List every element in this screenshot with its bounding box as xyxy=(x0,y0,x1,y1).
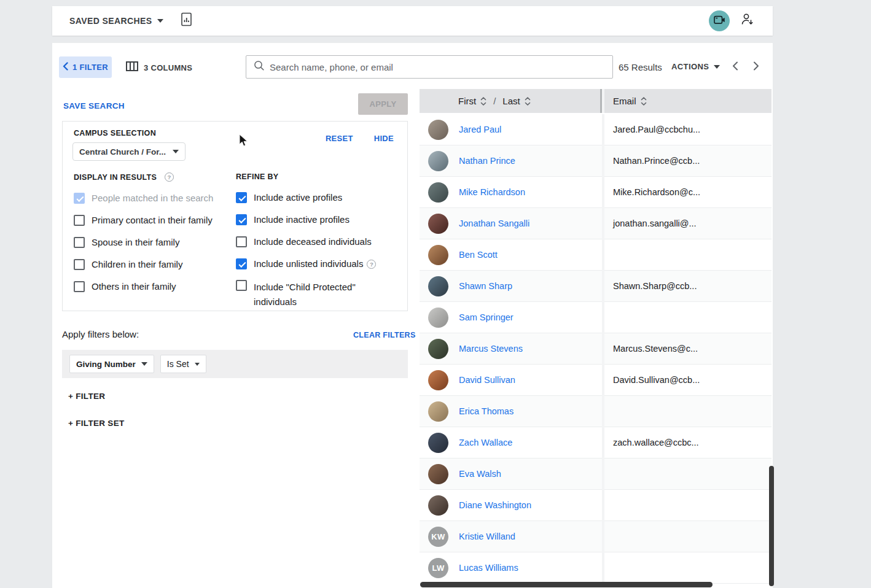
person-link[interactable]: Mike Richardson xyxy=(459,187,525,197)
person-download-icon xyxy=(740,12,756,30)
table-cell-name: Nathan Prince xyxy=(420,145,602,177)
person-link[interactable]: Marcus Stevens xyxy=(459,344,523,354)
checkbox[interactable] xyxy=(236,258,247,269)
avatar[interactable] xyxy=(428,495,448,516)
checkbox[interactable] xyxy=(236,280,247,291)
columns-icon xyxy=(126,61,138,74)
filter-field-select[interactable]: Giving Number xyxy=(69,355,154,373)
person-link[interactable]: David Sullivan xyxy=(459,375,515,385)
checkbox[interactable] xyxy=(236,214,247,225)
profile-export-button[interactable] xyxy=(740,12,756,30)
avatar-initials[interactable]: KW xyxy=(428,527,448,547)
checkbox-others[interactable]: Others in their family xyxy=(74,276,235,298)
person-link[interactable]: Kristie Willand xyxy=(459,532,515,541)
avatar[interactable] xyxy=(428,214,448,234)
checkbox-include-deceased[interactable]: Include deceased individuals xyxy=(236,231,400,253)
avatar[interactable] xyxy=(428,433,448,453)
person-link[interactable]: Eva Walsh xyxy=(459,469,501,479)
person-link[interactable]: Nathan Prince xyxy=(459,156,515,166)
avatar-initials[interactable]: LW xyxy=(428,558,448,578)
filter-panel-toggle[interactable]: 1 FILTER xyxy=(59,56,112,78)
avatar[interactable] xyxy=(428,120,448,140)
table-cell-name: Jared Paul xyxy=(420,114,602,145)
table-cell-name: Erica Thomas xyxy=(420,396,602,427)
reset-link[interactable]: RESET xyxy=(326,134,353,143)
avatar[interactable] xyxy=(428,370,448,390)
section-title-text: REFINE BY xyxy=(236,172,278,181)
sort-icon[interactable] xyxy=(480,96,486,106)
help-icon[interactable]: ? xyxy=(367,260,376,269)
chevron-down-icon xyxy=(195,363,200,366)
table-cell-email xyxy=(604,239,771,271)
actions-dropdown[interactable]: ACTIONS xyxy=(671,62,720,71)
save-search-link[interactable]: SAVE SEARCH xyxy=(63,101,125,110)
avatar[interactable] xyxy=(428,308,448,328)
table-cell-name: Ben Scott xyxy=(420,239,602,271)
table-row: Zach Wallace zach.wallace@ccbc... xyxy=(420,427,771,458)
filter-operator-select[interactable]: Is Set xyxy=(160,355,206,373)
person-link[interactable]: Shawn Sharp xyxy=(459,281,512,291)
clear-filters-link[interactable]: CLEAR FILTERS xyxy=(353,331,416,339)
table-cell-name: Eva Walsh xyxy=(420,458,602,490)
person-link[interactable]: Zach Wallace xyxy=(459,438,512,447)
avatar[interactable] xyxy=(428,276,448,296)
column-header-email[interactable]: Email xyxy=(604,89,771,113)
checkbox-label: Include deceased individuals xyxy=(254,234,372,249)
avatar[interactable] xyxy=(428,182,448,203)
table-row: Erica Thomas xyxy=(420,396,771,427)
avatar[interactable] xyxy=(428,245,448,265)
avatar[interactable] xyxy=(428,339,448,359)
add-filter-button[interactable]: + FILTER xyxy=(68,392,105,401)
previous-page-button[interactable] xyxy=(732,61,738,73)
sort-icon[interactable] xyxy=(525,96,531,106)
video-camera-icon xyxy=(714,15,725,27)
avatar[interactable] xyxy=(428,401,448,422)
person-link[interactable]: Lucas Williams xyxy=(459,563,518,573)
campus-select[interactable]: Central Church / For... xyxy=(72,142,186,161)
checkbox-include-child-protected[interactable]: Include "Child Protected" individuals xyxy=(236,275,400,309)
checkbox[interactable] xyxy=(236,192,247,203)
checkbox-include-inactive[interactable]: Include inactive profiles xyxy=(236,209,400,231)
table-row: Shawn Sharp Shawn.Sharp@ccb... xyxy=(420,271,771,302)
checkbox[interactable] xyxy=(74,259,85,270)
saved-searches-dropdown[interactable]: SAVED SEARCHES xyxy=(69,16,163,26)
hide-link[interactable]: HIDE xyxy=(374,134,394,143)
apply-button[interactable]: APPLY xyxy=(358,93,408,115)
report-document-button[interactable] xyxy=(181,12,193,29)
columns-button[interactable]: 3 COLUMNS xyxy=(126,58,192,77)
person-link[interactable]: Erica Thomas xyxy=(459,406,514,416)
column-header-name[interactable]: First / Last xyxy=(420,89,602,113)
table-row: Jonathan Sangalli jonathan.sangalli@... xyxy=(420,208,771,239)
sort-icon[interactable] xyxy=(641,96,647,106)
checkbox-include-unlisted[interactable]: Include unlisted individuals? xyxy=(236,253,400,275)
checkbox[interactable] xyxy=(236,236,247,247)
panel-links: RESET HIDE xyxy=(326,134,394,143)
vertical-scrollbar[interactable] xyxy=(769,466,774,586)
video-call-button[interactable] xyxy=(709,10,730,31)
avatar[interactable] xyxy=(428,151,448,171)
checkbox[interactable] xyxy=(74,193,85,204)
chevron-down-icon xyxy=(714,65,720,69)
add-filter-set-button[interactable]: + FILTER SET xyxy=(68,419,124,428)
horizontal-scrollbar[interactable] xyxy=(420,582,713,587)
person-link[interactable]: Ben Scott xyxy=(459,250,498,260)
display-in-results-section: DISPLAY IN RESULTS ? People matched in t… xyxy=(74,172,235,298)
avatar[interactable] xyxy=(428,464,448,484)
checkbox-primary-contact[interactable]: Primary contact in their family xyxy=(74,209,235,231)
checkbox-children[interactable]: Children in their family xyxy=(74,253,235,276)
checkbox[interactable] xyxy=(74,281,85,292)
search-input[interactable] xyxy=(270,62,605,72)
checkbox-people-matched[interactable]: People matched in the search xyxy=(74,187,235,209)
checkbox-include-active[interactable]: Include active profiles xyxy=(236,187,400,209)
person-link[interactable]: Jonathan Sangalli xyxy=(459,219,529,228)
checkbox[interactable] xyxy=(74,215,85,226)
person-link[interactable]: Jared Paul xyxy=(459,125,501,134)
table-cell-name: Sam Springer xyxy=(420,302,602,333)
person-link[interactable]: Diane Washington xyxy=(459,500,531,510)
help-icon[interactable]: ? xyxy=(165,172,174,182)
table-cell-email: Shawn.Sharp@ccb... xyxy=(604,271,771,302)
checkbox-spouse[interactable]: Spouse in their family xyxy=(74,231,235,253)
checkbox[interactable] xyxy=(74,237,85,248)
person-link[interactable]: Sam Springer xyxy=(459,312,514,322)
next-page-button[interactable] xyxy=(753,61,759,73)
